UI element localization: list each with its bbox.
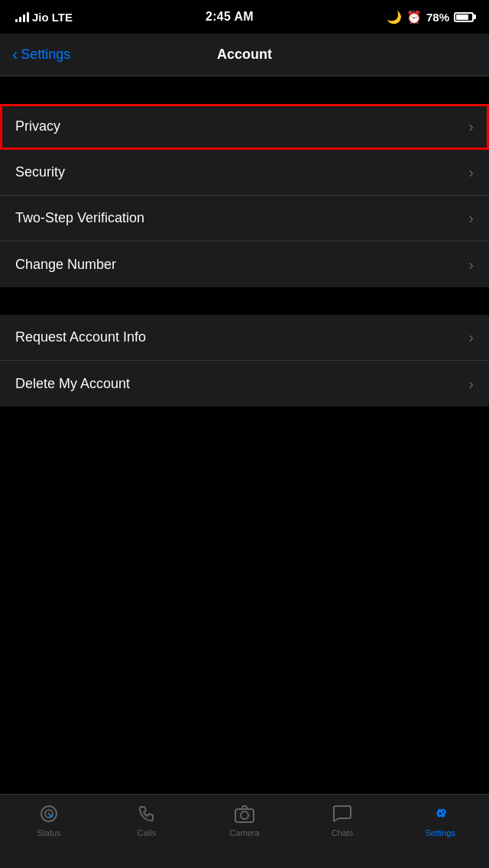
menu-item-privacy[interactable]: Privacy › [0, 104, 489, 150]
camera-icon [233, 802, 256, 825]
status-right: 🌙 ⏰ 78% [387, 10, 474, 24]
menu-item-delete-account-label: Delete My Account [15, 376, 130, 392]
menu-item-delete-account[interactable]: Delete My Account › [0, 361, 489, 406]
chevron-right-icon: › [468, 164, 474, 181]
chevron-right-icon: › [468, 329, 474, 346]
chats-icon [331, 802, 354, 825]
back-button[interactable]: ‹ Settings [12, 45, 70, 65]
page-title: Account [217, 47, 272, 63]
tab-camera[interactable]: Camera [196, 802, 293, 837]
tab-chats[interactable]: Chats [293, 802, 391, 837]
menu-item-security[interactable]: Security › [0, 150, 489, 196]
back-chevron-icon: ‹ [12, 45, 18, 65]
carrier-label: Jio [32, 11, 49, 24]
tab-bar: Status Calls Camera Chats [0, 794, 489, 868]
back-label: Settings [21, 47, 70, 63]
menu-item-privacy-label: Privacy [15, 118, 60, 134]
menu-item-request-account-info-label: Request Account Info [15, 329, 146, 345]
settings-icon [429, 802, 452, 825]
network-label: LTE [52, 11, 73, 24]
battery-percent: 78% [426, 11, 449, 24]
tab-settings[interactable]: Settings [391, 802, 489, 837]
menu-item-change-number[interactable]: Change Number › [0, 241, 489, 287]
menu-item-two-step-label: Two-Step Verification [15, 210, 144, 226]
menu-item-two-step[interactable]: Two-Step Verification › [0, 196, 489, 241]
tab-calls[interactable]: Calls [98, 802, 196, 837]
menu-item-security-label: Security [15, 164, 65, 180]
tab-status[interactable]: Status [0, 802, 98, 837]
menu-group-2: Request Account Info › Delete My Account… [0, 315, 489, 406]
status-left: Jio LTE [15, 11, 73, 24]
tab-status-label: Status [37, 828, 60, 837]
svg-point-2 [48, 813, 50, 815]
chevron-right-icon: › [468, 118, 474, 135]
tab-camera-label: Camera [229, 828, 259, 837]
menu-item-request-account-info[interactable]: Request Account Info › [0, 315, 489, 361]
moon-icon: 🌙 [387, 10, 402, 24]
group-spacer-middle [0, 287, 489, 315]
status-icon [37, 802, 60, 825]
chevron-right-icon: › [468, 256, 474, 274]
svg-point-3 [50, 815, 53, 818]
status-bar: Jio LTE 2:45 AM 🌙 ⏰ 78% [0, 0, 489, 34]
alarm-icon: ⏰ [406, 10, 422, 24]
battery-indicator [454, 12, 474, 22]
svg-point-5 [241, 811, 248, 819]
chevron-right-icon: › [468, 209, 474, 227]
group-spacer-top [0, 76, 489, 104]
signal-bars [15, 11, 29, 22]
calls-icon [135, 802, 158, 825]
tab-chats-label: Chats [332, 828, 354, 837]
menu-item-change-number-label: Change Number [15, 257, 116, 273]
time-label: 2:45 AM [206, 10, 254, 24]
tab-calls-label: Calls [138, 828, 156, 837]
tab-settings-label: Settings [425, 828, 455, 837]
nav-bar: ‹ Settings Account [0, 34, 489, 76]
chevron-right-icon: › [468, 375, 474, 393]
menu-group-1: Privacy › Security › Two-Step Verificati… [0, 104, 489, 287]
